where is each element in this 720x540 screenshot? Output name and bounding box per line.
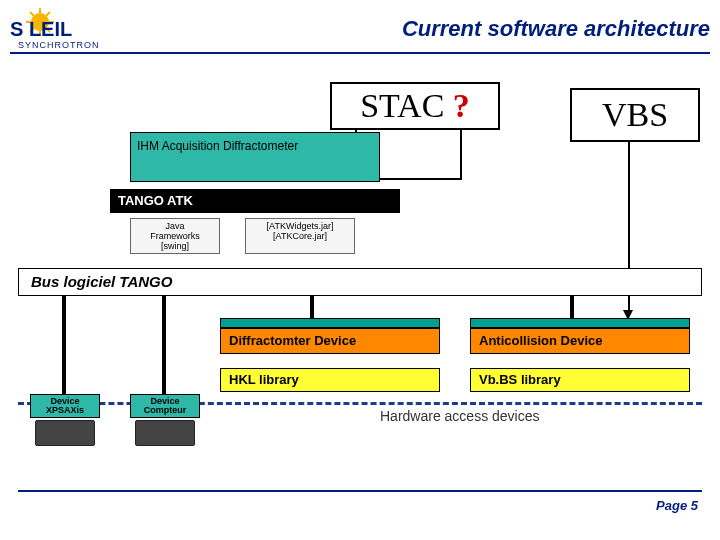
vbbs-library-box: Vb.BS library <box>470 368 690 392</box>
logo-text-top: S LEIL <box>10 18 72 40</box>
footer-line <box>18 490 702 492</box>
anticollision-teal <box>470 318 690 328</box>
device-compteur: Device Compteur <box>130 394 200 446</box>
page-number: Page 5 <box>656 498 698 513</box>
stac-box: STAC ? <box>330 82 500 130</box>
anticollision-device-box: Anticollision Device <box>470 328 690 354</box>
fw2-label: [ATKWidgets.jar] [ATKCore.jar] <box>267 221 334 241</box>
vbs-box: VBS <box>570 88 700 142</box>
arrow-stac-2 <box>460 130 462 180</box>
atk-jars-box: [ATKWidgets.jar] [ATKCore.jar] <box>245 218 355 254</box>
lib2-label: Vb.BS library <box>479 372 561 387</box>
lib1-label: HKL library <box>229 372 299 387</box>
device-compteur-image <box>135 420 195 446</box>
tango-bus-box: Bus logiciel TANGO <box>18 268 702 296</box>
mini1-label: Device XPSAXis <box>30 394 100 418</box>
diffractometer-device-box: Diffractomter Device <box>220 328 440 354</box>
soleil-logo: S LEIL SYNCHROTRON <box>10 6 120 56</box>
mini2-label: Device Compteur <box>130 394 200 418</box>
ihm-label: IHM Acquisition Diffractometer <box>137 139 298 153</box>
bus-stub-2 <box>162 296 166 394</box>
bus-stub-3 <box>310 296 314 318</box>
dev1-label: Diffractomter Device <box>229 333 356 348</box>
vbs-label: VBS <box>602 96 668 133</box>
dev2-label: Anticollision Device <box>479 333 603 348</box>
java-framework-box: Java Frameworks [swing] <box>130 218 220 254</box>
fw1-label: Java Frameworks [swing] <box>150 221 200 251</box>
svg-line-5 <box>30 12 34 16</box>
stac-question: ? <box>453 87 470 124</box>
logo-text-bot: SYNCHROTRON <box>18 40 100 50</box>
atk-label: TANGO ATK <box>118 193 193 208</box>
page-title: Current software architecture <box>402 16 710 42</box>
svg-line-8 <box>46 12 50 16</box>
hardware-separator <box>18 402 702 405</box>
bus-stub-1 <box>62 296 66 394</box>
device-xpsaxis: Device XPSAXis <box>30 394 100 446</box>
hardware-access-label: Hardware access devices <box>380 408 540 424</box>
device-xpsaxis-image <box>35 420 95 446</box>
hkl-library-box: HKL library <box>220 368 440 392</box>
header-bar: S LEIL SYNCHROTRON Current software arch… <box>10 6 710 54</box>
diffractometer-teal <box>220 318 440 328</box>
stac-label: STAC <box>360 87 444 124</box>
bus-stub-4 <box>570 296 574 318</box>
tango-atk-box: TANGO ATK <box>110 189 400 213</box>
bus-label: Bus logiciel TANGO <box>31 273 172 290</box>
ihm-acquisition-box: IHM Acquisition Diffractometer <box>130 132 380 182</box>
